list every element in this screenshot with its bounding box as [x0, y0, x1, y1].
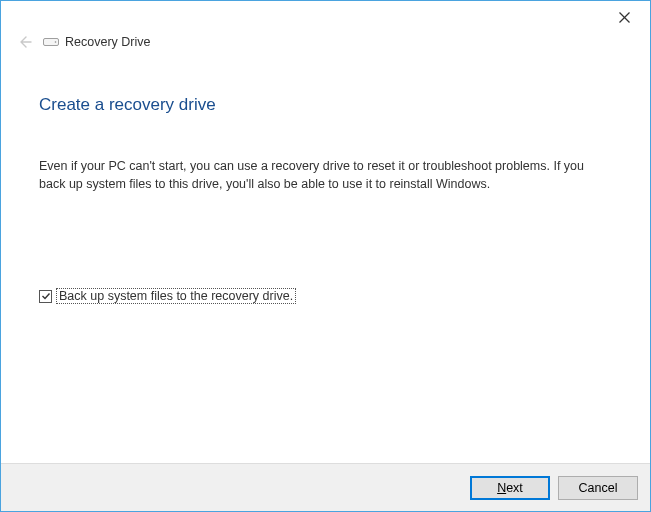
arrow-left-icon — [15, 33, 33, 51]
footer: Next Cancel — [1, 463, 650, 511]
backup-checkbox[interactable] — [39, 290, 52, 303]
drive-icon — [43, 36, 59, 48]
cancel-button[interactable]: Cancel — [558, 476, 638, 500]
page-heading: Create a recovery drive — [39, 95, 612, 115]
close-button[interactable] — [604, 5, 644, 29]
next-button[interactable]: Next — [470, 476, 550, 500]
next-button-label: Next — [497, 481, 523, 495]
page-description: Even if your PC can't start, you can use… — [39, 157, 599, 193]
wizard-header: Recovery Drive — [1, 29, 650, 55]
back-button — [13, 31, 35, 53]
wizard-title: Recovery Drive — [65, 35, 150, 49]
backup-checkbox-label[interactable]: Back up system files to the recovery dri… — [56, 288, 296, 304]
checkmark-icon — [41, 291, 51, 301]
cancel-button-label: Cancel — [579, 481, 618, 495]
svg-point-3 — [55, 41, 57, 43]
close-icon — [619, 12, 630, 23]
